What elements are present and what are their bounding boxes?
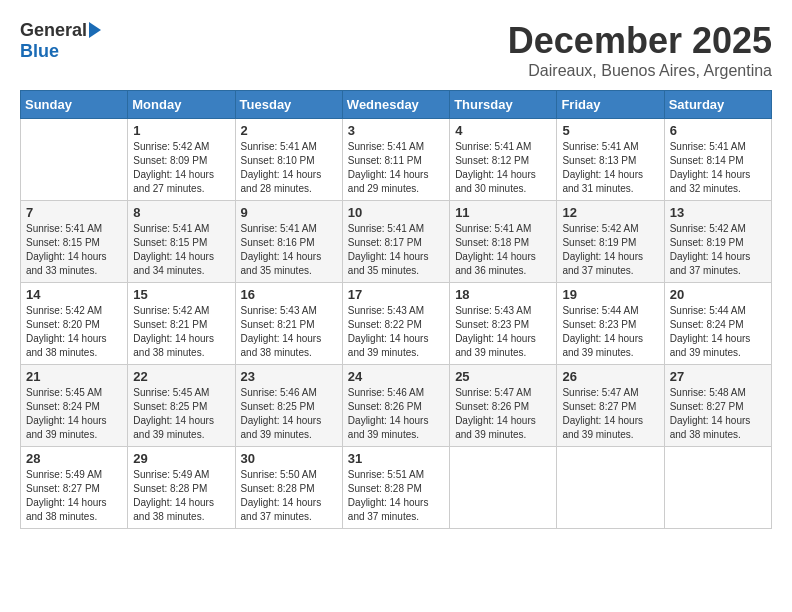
day-info: Sunrise: 5:50 AM Sunset: 8:28 PM Dayligh… bbox=[241, 468, 337, 524]
day-info: Sunrise: 5:41 AM Sunset: 8:15 PM Dayligh… bbox=[26, 222, 122, 278]
day-number: 5 bbox=[562, 123, 658, 138]
day-number: 7 bbox=[26, 205, 122, 220]
day-info: Sunrise: 5:47 AM Sunset: 8:27 PM Dayligh… bbox=[562, 386, 658, 442]
calendar-cell: 27Sunrise: 5:48 AM Sunset: 8:27 PM Dayli… bbox=[664, 365, 771, 447]
day-info: Sunrise: 5:45 AM Sunset: 8:25 PM Dayligh… bbox=[133, 386, 229, 442]
week-row-1: 7Sunrise: 5:41 AM Sunset: 8:15 PM Daylig… bbox=[21, 201, 772, 283]
day-number: 6 bbox=[670, 123, 766, 138]
day-number: 25 bbox=[455, 369, 551, 384]
day-number: 15 bbox=[133, 287, 229, 302]
day-number: 26 bbox=[562, 369, 658, 384]
day-info: Sunrise: 5:42 AM Sunset: 8:20 PM Dayligh… bbox=[26, 304, 122, 360]
day-number: 1 bbox=[133, 123, 229, 138]
day-info: Sunrise: 5:41 AM Sunset: 8:14 PM Dayligh… bbox=[670, 140, 766, 196]
day-number: 8 bbox=[133, 205, 229, 220]
day-number: 20 bbox=[670, 287, 766, 302]
weekday-header-wednesday: Wednesday bbox=[342, 91, 449, 119]
weekday-header-tuesday: Tuesday bbox=[235, 91, 342, 119]
day-number: 28 bbox=[26, 451, 122, 466]
calendar-cell: 13Sunrise: 5:42 AM Sunset: 8:19 PM Dayli… bbox=[664, 201, 771, 283]
week-row-0: 1Sunrise: 5:42 AM Sunset: 8:09 PM Daylig… bbox=[21, 119, 772, 201]
calendar-cell: 17Sunrise: 5:43 AM Sunset: 8:22 PM Dayli… bbox=[342, 283, 449, 365]
weekday-header-friday: Friday bbox=[557, 91, 664, 119]
day-number: 11 bbox=[455, 205, 551, 220]
weekday-header-sunday: Sunday bbox=[21, 91, 128, 119]
logo-blue: Blue bbox=[20, 41, 59, 62]
day-number: 23 bbox=[241, 369, 337, 384]
logo-arrow-icon bbox=[89, 22, 101, 38]
day-number: 30 bbox=[241, 451, 337, 466]
day-number: 13 bbox=[670, 205, 766, 220]
day-number: 17 bbox=[348, 287, 444, 302]
day-number: 10 bbox=[348, 205, 444, 220]
day-number: 22 bbox=[133, 369, 229, 384]
day-number: 3 bbox=[348, 123, 444, 138]
calendar-cell: 5Sunrise: 5:41 AM Sunset: 8:13 PM Daylig… bbox=[557, 119, 664, 201]
calendar-cell: 8Sunrise: 5:41 AM Sunset: 8:15 PM Daylig… bbox=[128, 201, 235, 283]
calendar-cell: 4Sunrise: 5:41 AM Sunset: 8:12 PM Daylig… bbox=[450, 119, 557, 201]
calendar-cell bbox=[664, 447, 771, 529]
calendar-cell: 3Sunrise: 5:41 AM Sunset: 8:11 PM Daylig… bbox=[342, 119, 449, 201]
calendar-cell: 30Sunrise: 5:50 AM Sunset: 8:28 PM Dayli… bbox=[235, 447, 342, 529]
day-number: 27 bbox=[670, 369, 766, 384]
calendar-cell: 28Sunrise: 5:49 AM Sunset: 8:27 PM Dayli… bbox=[21, 447, 128, 529]
subtitle: Daireaux, Buenos Aires, Argentina bbox=[508, 62, 772, 80]
day-number: 18 bbox=[455, 287, 551, 302]
calendar-cell: 24Sunrise: 5:46 AM Sunset: 8:26 PM Dayli… bbox=[342, 365, 449, 447]
week-row-3: 21Sunrise: 5:45 AM Sunset: 8:24 PM Dayli… bbox=[21, 365, 772, 447]
day-info: Sunrise: 5:42 AM Sunset: 8:09 PM Dayligh… bbox=[133, 140, 229, 196]
weekday-header-monday: Monday bbox=[128, 91, 235, 119]
calendar-cell: 26Sunrise: 5:47 AM Sunset: 8:27 PM Dayli… bbox=[557, 365, 664, 447]
calendar-cell: 15Sunrise: 5:42 AM Sunset: 8:21 PM Dayli… bbox=[128, 283, 235, 365]
day-info: Sunrise: 5:43 AM Sunset: 8:22 PM Dayligh… bbox=[348, 304, 444, 360]
day-info: Sunrise: 5:41 AM Sunset: 8:17 PM Dayligh… bbox=[348, 222, 444, 278]
calendar-cell bbox=[21, 119, 128, 201]
day-info: Sunrise: 5:49 AM Sunset: 8:27 PM Dayligh… bbox=[26, 468, 122, 524]
day-number: 4 bbox=[455, 123, 551, 138]
week-row-4: 28Sunrise: 5:49 AM Sunset: 8:27 PM Dayli… bbox=[21, 447, 772, 529]
calendar-cell: 12Sunrise: 5:42 AM Sunset: 8:19 PM Dayli… bbox=[557, 201, 664, 283]
day-number: 29 bbox=[133, 451, 229, 466]
day-number: 2 bbox=[241, 123, 337, 138]
calendar-cell: 29Sunrise: 5:49 AM Sunset: 8:28 PM Dayli… bbox=[128, 447, 235, 529]
day-info: Sunrise: 5:41 AM Sunset: 8:13 PM Dayligh… bbox=[562, 140, 658, 196]
day-info: Sunrise: 5:41 AM Sunset: 8:10 PM Dayligh… bbox=[241, 140, 337, 196]
day-number: 16 bbox=[241, 287, 337, 302]
day-info: Sunrise: 5:41 AM Sunset: 8:18 PM Dayligh… bbox=[455, 222, 551, 278]
header: General Blue December 2025 Daireaux, Bue… bbox=[20, 20, 772, 80]
calendar-cell: 14Sunrise: 5:42 AM Sunset: 8:20 PM Dayli… bbox=[21, 283, 128, 365]
calendar-cell: 18Sunrise: 5:43 AM Sunset: 8:23 PM Dayli… bbox=[450, 283, 557, 365]
day-info: Sunrise: 5:42 AM Sunset: 8:19 PM Dayligh… bbox=[562, 222, 658, 278]
logo: General Blue bbox=[20, 20, 101, 62]
day-info: Sunrise: 5:41 AM Sunset: 8:11 PM Dayligh… bbox=[348, 140, 444, 196]
calendar-cell: 10Sunrise: 5:41 AM Sunset: 8:17 PM Dayli… bbox=[342, 201, 449, 283]
day-number: 19 bbox=[562, 287, 658, 302]
weekday-header-saturday: Saturday bbox=[664, 91, 771, 119]
day-number: 9 bbox=[241, 205, 337, 220]
day-info: Sunrise: 5:42 AM Sunset: 8:21 PM Dayligh… bbox=[133, 304, 229, 360]
weekday-header-thursday: Thursday bbox=[450, 91, 557, 119]
day-info: Sunrise: 5:48 AM Sunset: 8:27 PM Dayligh… bbox=[670, 386, 766, 442]
calendar-cell: 11Sunrise: 5:41 AM Sunset: 8:18 PM Dayli… bbox=[450, 201, 557, 283]
day-info: Sunrise: 5:46 AM Sunset: 8:26 PM Dayligh… bbox=[348, 386, 444, 442]
day-info: Sunrise: 5:42 AM Sunset: 8:19 PM Dayligh… bbox=[670, 222, 766, 278]
calendar-cell bbox=[450, 447, 557, 529]
weekday-header-row: SundayMondayTuesdayWednesdayThursdayFrid… bbox=[21, 91, 772, 119]
calendar-cell: 25Sunrise: 5:47 AM Sunset: 8:26 PM Dayli… bbox=[450, 365, 557, 447]
calendar-cell: 2Sunrise: 5:41 AM Sunset: 8:10 PM Daylig… bbox=[235, 119, 342, 201]
calendar-cell: 7Sunrise: 5:41 AM Sunset: 8:15 PM Daylig… bbox=[21, 201, 128, 283]
day-info: Sunrise: 5:47 AM Sunset: 8:26 PM Dayligh… bbox=[455, 386, 551, 442]
day-info: Sunrise: 5:49 AM Sunset: 8:28 PM Dayligh… bbox=[133, 468, 229, 524]
calendar-cell: 6Sunrise: 5:41 AM Sunset: 8:14 PM Daylig… bbox=[664, 119, 771, 201]
day-info: Sunrise: 5:45 AM Sunset: 8:24 PM Dayligh… bbox=[26, 386, 122, 442]
day-info: Sunrise: 5:51 AM Sunset: 8:28 PM Dayligh… bbox=[348, 468, 444, 524]
calendar-cell: 1Sunrise: 5:42 AM Sunset: 8:09 PM Daylig… bbox=[128, 119, 235, 201]
day-info: Sunrise: 5:41 AM Sunset: 8:15 PM Dayligh… bbox=[133, 222, 229, 278]
day-info: Sunrise: 5:41 AM Sunset: 8:16 PM Dayligh… bbox=[241, 222, 337, 278]
title-section: December 2025 Daireaux, Buenos Aires, Ar… bbox=[508, 20, 772, 80]
calendar: SundayMondayTuesdayWednesdayThursdayFrid… bbox=[20, 90, 772, 529]
day-info: Sunrise: 5:41 AM Sunset: 8:12 PM Dayligh… bbox=[455, 140, 551, 196]
calendar-cell: 9Sunrise: 5:41 AM Sunset: 8:16 PM Daylig… bbox=[235, 201, 342, 283]
day-info: Sunrise: 5:44 AM Sunset: 8:23 PM Dayligh… bbox=[562, 304, 658, 360]
calendar-cell: 22Sunrise: 5:45 AM Sunset: 8:25 PM Dayli… bbox=[128, 365, 235, 447]
